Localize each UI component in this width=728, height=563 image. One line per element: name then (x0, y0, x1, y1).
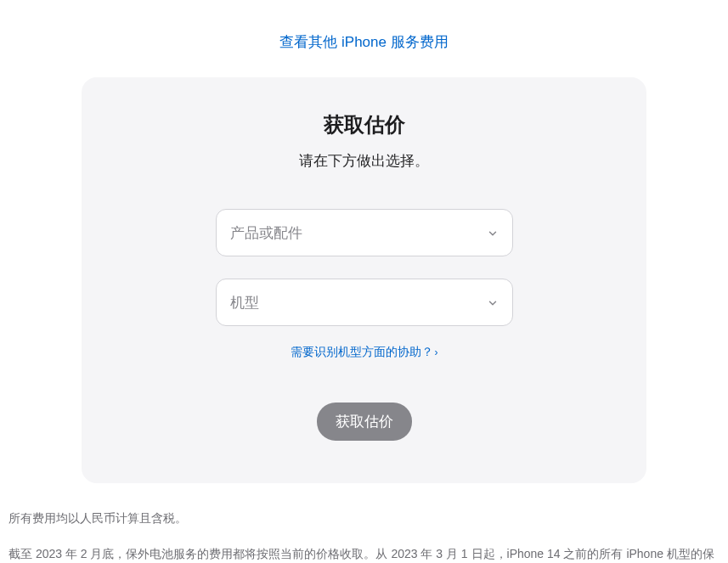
model-select[interactable]: 机型 (216, 279, 513, 326)
model-select-placeholder: 机型 (230, 293, 259, 312)
card-title: 获取估价 (124, 111, 604, 138)
help-link-label: 需要识别机型方面的协助？ (291, 345, 433, 358)
product-select-wrapper: 产品或配件 (216, 209, 513, 256)
chevron-right-icon: › (435, 346, 438, 358)
footer: 所有费用均以人民币计算且含税。 截至 2023 年 2 月底，保外电池服务的费用… (0, 483, 728, 563)
help-link-container: 需要识别机型方面的协助？› (124, 344, 604, 360)
model-select-wrapper: 机型 (216, 279, 513, 326)
product-select-placeholder: 产品或配件 (230, 223, 302, 243)
product-select[interactable]: 产品或配件 (216, 209, 513, 256)
footer-text-1: 所有费用均以人民币计算且含税。 (8, 507, 720, 530)
other-fees-link[interactable]: 查看其他 iPhone 服务费用 (279, 34, 448, 50)
estimate-card: 获取估价 请在下方做出选择。 产品或配件 机型 需要识别机型方面的协助？› 获取… (82, 77, 646, 483)
chevron-down-icon (487, 227, 499, 239)
card-subtitle: 请在下方做出选择。 (124, 151, 604, 171)
get-estimate-button[interactable]: 获取估价 (317, 403, 412, 441)
top-link-container: 查看其他 iPhone 服务费用 (0, 0, 728, 77)
footer-text-2: 截至 2023 年 2 月底，保外电池服务的费用都将按照当前的价格收取。从 20… (8, 543, 720, 563)
help-identify-link[interactable]: 需要识别机型方面的协助？› (291, 345, 438, 358)
chevron-down-icon (487, 296, 499, 308)
footer-text-2-part1: 截至 2023 年 2 月底，保外电池服务的费用都将按照当前的价格收取。从 20… (8, 547, 714, 563)
